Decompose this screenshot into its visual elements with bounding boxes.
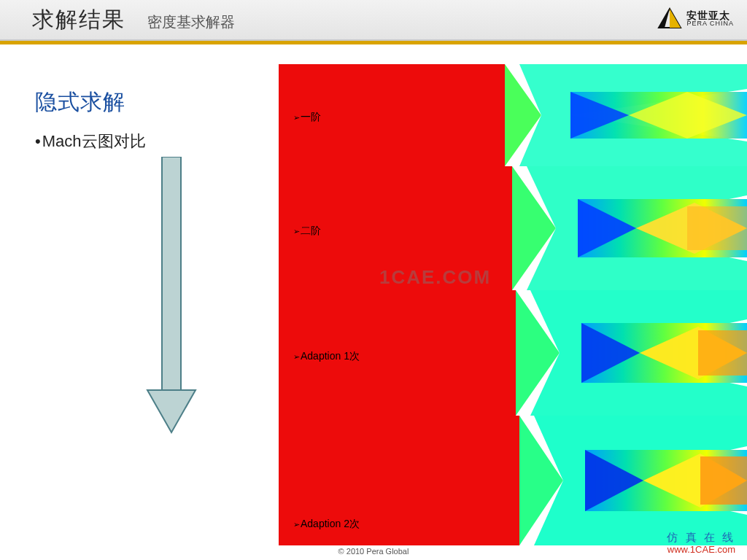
panel-label: ➢ 二阶 xyxy=(293,225,321,238)
footer-brand: 仿 真 在 线 www.1CAE.com xyxy=(667,531,735,556)
chevron-right-icon: ➢ xyxy=(293,520,300,529)
logo-text-cn: 安世亚太 xyxy=(686,10,734,20)
triangle-icon xyxy=(657,7,682,29)
page-subtitle: 密度基求解器 xyxy=(147,12,235,32)
bullet-dot-icon: • xyxy=(35,132,41,150)
sim-panel: ➢ Adaption 1次 xyxy=(279,290,747,416)
svg-marker-31 xyxy=(698,330,747,376)
watermark-text: 1CAE.COM xyxy=(379,266,491,289)
bullet-item: •Mach云图对比 xyxy=(35,131,254,152)
footer-brand-cn: 仿 真 在 线 xyxy=(667,531,735,544)
header-bar: 求解结果 密度基求解器 安世亚太 PERA CHINA xyxy=(0,0,747,41)
down-arrow-icon xyxy=(146,157,197,434)
chevron-right-icon: ➢ xyxy=(293,113,300,122)
panel-label: ➢ Adaption 1次 xyxy=(293,350,360,363)
gold-divider xyxy=(0,41,747,44)
svg-marker-40 xyxy=(700,456,747,505)
svg-marker-22 xyxy=(687,206,747,250)
section-heading: 隐式求解 xyxy=(35,88,254,117)
panel-label: ➢ Adaption 2次 xyxy=(293,518,360,531)
panel-label-text: 二阶 xyxy=(301,225,321,238)
panel-label-text: Adaption 2次 xyxy=(301,518,360,531)
sim-panel: ➢ Adaption 2次 xyxy=(279,416,747,545)
footer-brand-url: www.1CAE.com xyxy=(667,544,735,556)
panel-label-text: Adaption 1次 xyxy=(301,350,360,363)
panel-label: ➢ 一阶 xyxy=(293,111,321,124)
left-column: 隐式求解 •Mach云图对比 xyxy=(35,88,254,152)
chevron-right-icon: ➢ xyxy=(293,352,300,362)
chevron-right-icon: ➢ xyxy=(293,227,300,236)
page-title: 求解结果 xyxy=(32,5,125,35)
bullet-text: Mach云图对比 xyxy=(42,132,146,150)
panel-label-text: 一阶 xyxy=(301,111,321,124)
svg-marker-4 xyxy=(147,390,196,432)
simulation-panels: ➢ 一阶 ➢ 二阶 xyxy=(279,64,747,547)
brand-logo: 安世亚太 PERA CHINA xyxy=(657,7,734,29)
sim-panel: ➢ 二阶 xyxy=(279,166,747,290)
footer-copyright: © 2010 Pera Global xyxy=(0,547,747,556)
sim-panel: ➢ 一阶 xyxy=(279,64,747,166)
svg-rect-3 xyxy=(162,157,181,390)
logo-text-en: PERA CHINA xyxy=(686,20,734,27)
